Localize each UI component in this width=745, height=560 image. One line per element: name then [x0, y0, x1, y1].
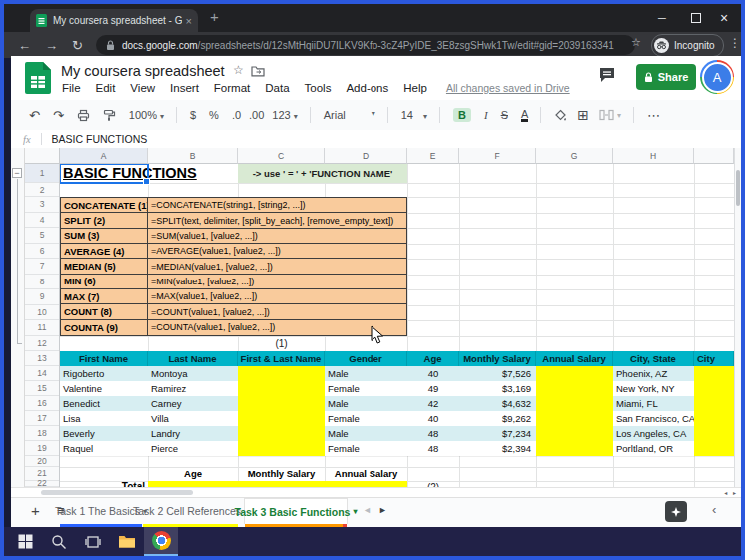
table-row[interactable]: SPLIT (2)=SPLIT(text, delimiter, [split_…	[61, 213, 406, 228]
row-header[interactable]: 15	[25, 381, 59, 396]
cell-gender[interactable]: Male	[325, 426, 407, 441]
row-header[interactable]: 8	[25, 275, 59, 290]
summary-label-annual[interactable]: Annual Salary	[325, 467, 407, 481]
header-monthly-salary[interactable]: Monthly Salary	[459, 351, 536, 366]
sheet-tab-task2[interactable]: Task 2 Cell References▾	[143, 498, 238, 524]
function-formula[interactable]: =COUNT(value1, [value2, ...])	[148, 304, 406, 318]
row-header[interactable]: 2	[25, 183, 59, 197]
column-header-d[interactable]: D	[325, 148, 407, 164]
cell-first-name[interactable]: Rigoberto	[60, 366, 148, 381]
move-folder-icon[interactable]	[251, 65, 265, 77]
collapse-panel-icon[interactable]: ‹	[712, 502, 716, 517]
cell-first-last-empty[interactable]	[238, 381, 325, 396]
row-header[interactable]: 3	[25, 197, 59, 213]
function-formula[interactable]: =MIN(value1, [value2, ...])	[148, 275, 406, 288]
function-name[interactable]: MEDIAN (5)	[61, 259, 148, 273]
row-header[interactable]: 11	[25, 320, 59, 336]
cell-city-state[interactable]: Los Angeles, CA	[613, 426, 694, 441]
cell-annual-salary-empty[interactable]	[536, 426, 613, 441]
header-city-state[interactable]: City, State	[613, 351, 694, 366]
explore-button[interactable]	[665, 501, 687, 522]
summary-label-age[interactable]: Age	[148, 467, 238, 481]
comment-icon[interactable]	[598, 66, 616, 84]
table-header-row[interactable]: First Name Last Name First & Last Name G…	[60, 351, 734, 366]
table-row[interactable]: LisaVillaFemale40$9,262San Francisco, CA	[60, 411, 734, 427]
function-name[interactable]: SPLIT (2)	[61, 213, 148, 227]
undo-icon[interactable]: ↶	[29, 108, 40, 123]
cell-first-name[interactable]: Lisa	[60, 411, 148, 426]
function-name[interactable]: COUNT (8)	[61, 304, 148, 318]
reload-icon[interactable]: ↻	[72, 38, 83, 53]
cell-annual-salary-empty[interactable]	[536, 396, 613, 411]
column-header-b[interactable]: B	[148, 148, 238, 164]
column-header-c[interactable]: C	[238, 148, 325, 164]
add-sheet-button[interactable]: +	[31, 502, 40, 519]
window-minimize-button[interactable]: ─	[645, 4, 679, 32]
row-header[interactable]: 9	[25, 289, 59, 305]
menu-edit[interactable]: Edit	[96, 82, 116, 94]
row-header[interactable]: 13	[25, 351, 59, 366]
taskbar-chrome-button[interactable]	[144, 527, 178, 556]
italic-button[interactable]: I	[484, 109, 488, 121]
menu-help[interactable]: Help	[403, 82, 427, 94]
table-row[interactable]: SUM (3)=SUM(value1, [value2, ...])	[61, 229, 406, 244]
cell-gender[interactable]: Male	[325, 366, 407, 381]
header-last-name[interactable]: Last Name	[148, 351, 238, 366]
print-icon[interactable]	[77, 109, 90, 122]
function-formula[interactable]: =SUM(value1, [value2, ...])	[148, 229, 406, 243]
cell-first-name[interactable]: Benedict	[60, 396, 148, 411]
step-marker-1[interactable]: (1)	[238, 336, 325, 351]
tab-close-icon[interactable]: ×	[186, 15, 192, 27]
cell-city-state[interactable]: San Francisco, CA	[613, 411, 694, 426]
table-row[interactable]: BeverlyLandryMale48$7,234Los Angeles, CA	[60, 426, 734, 442]
cell-first-last-empty[interactable]	[238, 441, 325, 456]
header-first-name[interactable]: First Name	[60, 351, 148, 366]
table-row[interactable]: COUNTA (9)=COUNTA(value1, [value2, ...])	[61, 320, 406, 335]
cell-city-state[interactable]: Miami, FL	[613, 396, 694, 411]
column-header-a[interactable]: A	[60, 148, 148, 164]
address-bar[interactable]: docs.google.com/spreadsheets/d/12sMtHqii…	[96, 35, 635, 55]
cell-first-last-empty[interactable]	[238, 396, 325, 411]
row-header[interactable]: 14	[25, 366, 59, 381]
account-avatar[interactable]: A	[700, 60, 734, 94]
scroll-arrows-icon[interactable]: ◂ ▸	[724, 489, 738, 496]
cell-monthly-salary[interactable]: $2,394	[459, 441, 536, 456]
cell-first-last-empty[interactable]	[238, 411, 325, 426]
text-color-button[interactable]: A	[521, 109, 528, 122]
table-row[interactable]: MIN (6)=MIN(value1, [value2, ...])	[61, 275, 406, 289]
horizontal-scrollbar-thumb[interactable]	[41, 490, 193, 495]
share-button[interactable]: Share	[636, 64, 696, 90]
cell-monthly-salary[interactable]: $7,526	[459, 366, 536, 381]
function-formula[interactable]: =COUNTA(value1, [value2, ...])	[148, 320, 406, 335]
row-header[interactable]: 1	[25, 164, 59, 183]
cell-annual-salary-empty[interactable]	[536, 411, 613, 426]
header-gender[interactable]: Gender	[325, 351, 407, 366]
function-name[interactable]: AVERAGE (4)	[61, 244, 148, 258]
cell-first-name[interactable]: Raquel	[60, 441, 148, 456]
menu-tools[interactable]: Tools	[305, 82, 332, 94]
more-formats-button[interactable]: 123▾	[272, 109, 297, 121]
cell-city-empty[interactable]	[694, 411, 734, 426]
cell-city-empty[interactable]	[694, 366, 734, 381]
function-formula[interactable]: =SPLIT(text, delimiter, [split_by_each],…	[148, 213, 406, 227]
column-header-f[interactable]: F	[459, 148, 536, 164]
cell-gender[interactable]: Female	[325, 441, 407, 456]
table-row[interactable]: RigobertoMontoyaMale40$7,526Phoenix, AZ	[60, 366, 734, 382]
cell-monthly-salary[interactable]: $7,234	[459, 426, 536, 441]
cell-gender[interactable]: Female	[325, 411, 407, 426]
table-row[interactable]: MAX (7)=MAX(value1, [value2, ...])	[61, 289, 406, 304]
menu-file[interactable]: File	[62, 82, 81, 94]
cell-age[interactable]: 49	[407, 381, 459, 396]
summary-label-monthly[interactable]: Monthly Salary	[238, 467, 325, 481]
increase-decimal-button[interactable]: .00	[249, 109, 264, 121]
cell-last-name[interactable]: Villa	[148, 411, 238, 426]
menu-insert[interactable]: Insert	[170, 82, 199, 94]
function-formula[interactable]: =MEDIAN(value1, [value2, ...])	[148, 259, 406, 273]
decrease-decimal-button[interactable]: .0	[232, 109, 241, 121]
row-header[interactable]: 4	[25, 213, 59, 229]
cell-age[interactable]: 48	[407, 441, 459, 456]
cell-annual-salary-empty[interactable]	[536, 381, 613, 396]
window-close-button[interactable]: ×	[707, 4, 741, 32]
redo-icon[interactable]: ↷	[53, 108, 64, 123]
collapse-group-button[interactable]: −	[12, 168, 22, 178]
